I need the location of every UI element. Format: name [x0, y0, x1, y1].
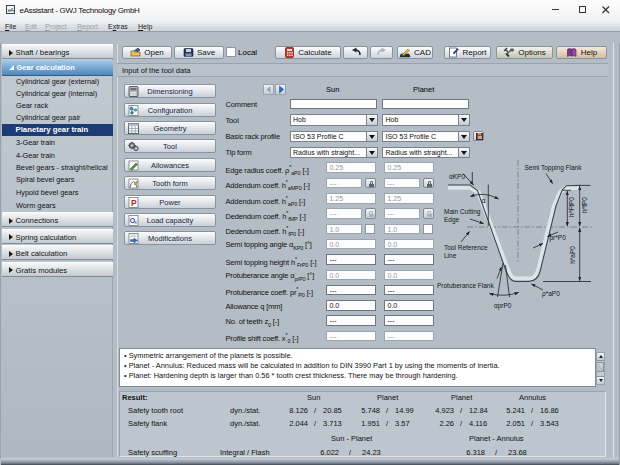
- svg-text:Protuberance Flank: Protuberance Flank: [437, 282, 494, 289]
- svg-text:αprP0: αprP0: [494, 302, 512, 310]
- svg-text:x: x: [134, 219, 137, 225]
- svg-text:αKP0: αKP0: [449, 173, 465, 180]
- svg-text:α: α: [482, 197, 486, 204]
- svg-text:Edge: Edge: [444, 216, 460, 224]
- svg-text:Tool Reference: Tool Reference: [444, 244, 488, 251]
- svg-text:h*fP0: h*fP0: [581, 197, 588, 213]
- svg-text:pr*P0: pr*P0: [550, 234, 567, 242]
- svg-text:h*aP0: h*aP0: [569, 246, 576, 264]
- svg-text:Line: Line: [444, 252, 457, 259]
- svg-text:P: P: [131, 197, 137, 207]
- svg-text:h*FfP0: h*FfP0: [568, 197, 575, 217]
- svg-text:Main Cutting: Main Cutting: [444, 208, 481, 216]
- svg-text:ρ*aP0: ρ*aP0: [542, 290, 560, 298]
- svg-text:Semi Topping Flank: Semi Topping Flank: [525, 164, 583, 172]
